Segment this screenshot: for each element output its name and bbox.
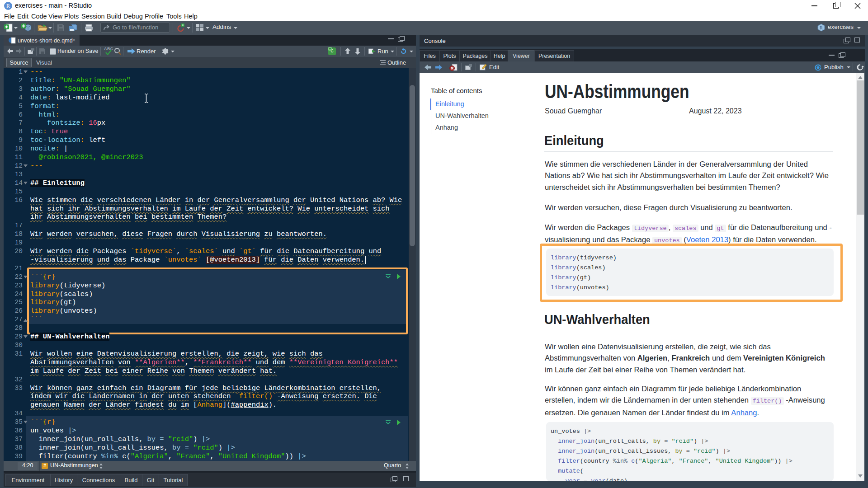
svg-text:R: R — [820, 25, 823, 30]
